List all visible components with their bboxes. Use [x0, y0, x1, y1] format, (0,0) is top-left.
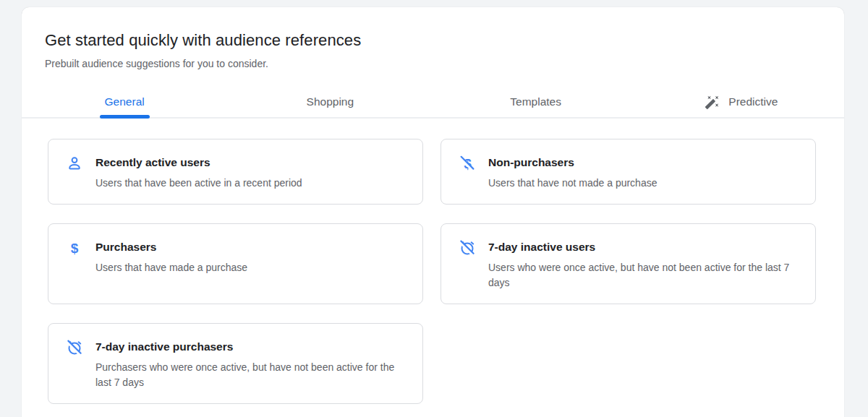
dollar-icon: $: [66, 239, 83, 257]
tab-general[interactable]: General: [22, 87, 227, 117]
audience-suggestions-panel: Get started quickly with audience refere…: [22, 7, 844, 417]
tab-shopping-label: Shopping: [307, 95, 354, 108]
card-title: Purchasers: [95, 241, 247, 254]
person-icon: [66, 155, 83, 172]
card-recently-active-users[interactable]: Recently active users Users that have be…: [48, 139, 423, 205]
tab-templates[interactable]: Templates: [433, 87, 639, 117]
tab-shopping[interactable]: Shopping: [227, 87, 433, 117]
page-subtitle: Prebuilt audience suggestions for you to…: [45, 58, 818, 69]
card-description: Purchasers who were once active, but hav…: [95, 360, 405, 390]
panel-header: Get started quickly with audience refere…: [22, 7, 844, 69]
tab-predictive-label: Predictive: [728, 95, 778, 108]
card-title: 7-day inactive purchasers: [95, 340, 405, 353]
card-description: Users who were once active, but have not…: [488, 260, 798, 291]
svg-text:$: $: [71, 241, 79, 256]
card-title: Recently active users: [95, 156, 302, 169]
active-tab-underline: [100, 115, 150, 119]
magic-wand-icon: [705, 95, 720, 110]
card-title: 7-day inactive users: [488, 241, 798, 254]
page-title: Get started quickly with audience refere…: [45, 31, 818, 50]
card-description: Users that have made a purchase: [95, 260, 247, 275]
tab-predictive[interactable]: Predictive: [639, 87, 844, 117]
card-description: Users that have been active in a recent …: [95, 176, 302, 191]
card-description: Users that have not made a purchase: [488, 176, 657, 191]
alarm-off-icon: [459, 239, 476, 257]
card-purchasers[interactable]: $ Purchasers Users that have made a purc…: [48, 223, 423, 304]
card-7-day-inactive-purchasers[interactable]: 7-day inactive purchasers Purchasers who…: [48, 323, 423, 404]
card-title: Non-purchasers: [488, 156, 657, 169]
card-7-day-inactive-users[interactable]: 7-day inactive users Users who were once…: [441, 223, 816, 304]
audience-cards-grid: Recently active users Users that have be…: [22, 119, 844, 404]
tab-general-label: General: [105, 95, 145, 108]
alarm-off-icon: [66, 339, 83, 356]
money-off-icon: $: [459, 155, 476, 172]
tab-bar: General Shopping Templates Predictive: [22, 87, 844, 119]
card-non-purchasers[interactable]: $ Non-purchasers Users that have not mad…: [441, 139, 816, 205]
tab-templates-label: Templates: [510, 95, 561, 108]
